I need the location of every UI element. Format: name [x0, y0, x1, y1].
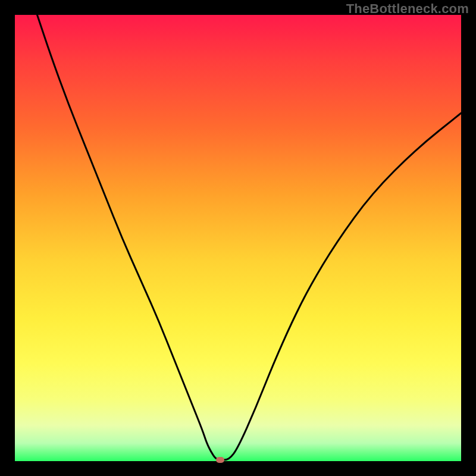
plot-area: [15, 15, 461, 461]
curve-path: [37, 15, 462, 460]
min-marker: [216, 457, 224, 463]
chart-stage: TheBottleneck.com: [0, 0, 476, 476]
watermark-text: TheBottleneck.com: [346, 1, 469, 17]
curve-svg: [15, 15, 461, 461]
